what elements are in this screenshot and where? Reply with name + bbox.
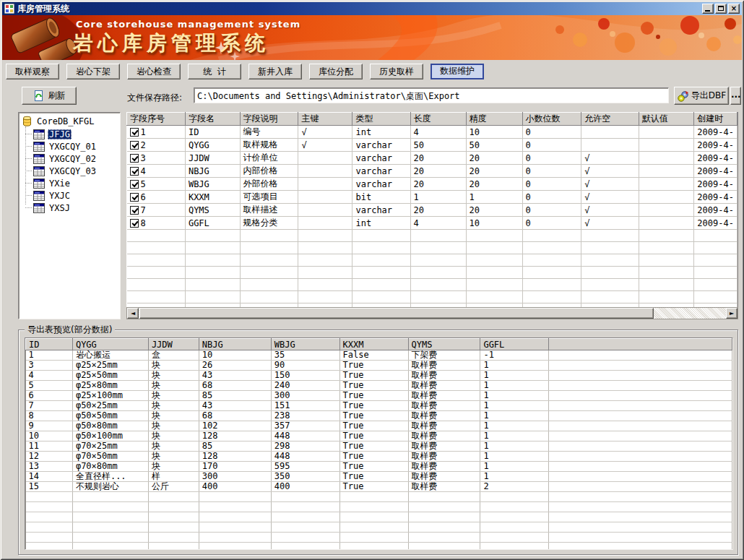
table-row[interactable]: 4NBJG内部价格varchar20200√2009-4- [127, 165, 737, 178]
table-cell: 350 [271, 472, 339, 482]
refresh-button[interactable]: 刷新 [22, 87, 77, 105]
table-cell: 取样费 [408, 462, 480, 472]
table-cell: 8 [127, 217, 186, 230]
toolbar-button-7[interactable]: 历史取样 [370, 64, 423, 79]
column-header[interactable]: GGFL [480, 339, 549, 350]
table-cell: 102 [199, 421, 271, 431]
column-header[interactable]: 字段名 [185, 113, 240, 126]
column-header[interactable]: WBJG [271, 339, 339, 350]
table-row[interactable]: 1岩心搬运盒1035False下架费-1 [26, 350, 732, 361]
table-cell: 样 [148, 472, 199, 482]
table-row[interactable]: 7φ50×25mm块43151True取样费1 [26, 401, 732, 411]
toolbar-button-2[interactable]: 岩心下架 [66, 64, 120, 79]
column-header[interactable]: KXXM [339, 339, 408, 350]
column-header[interactable]: 类型 [352, 113, 410, 126]
column-header[interactable]: 创建时 [694, 113, 737, 126]
table-row[interactable]: 5φ25×80mm块68240True取样费1 [26, 381, 732, 391]
maximize-button[interactable] [715, 4, 727, 14]
table-row[interactable]: 11φ70×25mm块85298True取样费1 [26, 441, 732, 452]
tree-item-JFJG[interactable]: JFJG [19, 128, 120, 140]
table-row[interactable]: 6φ25×100mm块85300True取样费1 [26, 391, 732, 401]
table-cell: 块 [148, 401, 199, 411]
browse-more-button[interactable]: ... [730, 87, 741, 105]
table-row[interactable]: 5WBJG外部价格varchar20200√2009-4- [127, 178, 737, 191]
tree-root-node[interactable]: CoreDB_KFGL [19, 113, 120, 128]
toolbar-button-8[interactable]: 数据维护 [431, 64, 484, 79]
table-cell: 10 [466, 126, 522, 139]
table-row[interactable]: 8φ50×50mm块68238True取样费1 [26, 411, 732, 421]
column-header[interactable]: ID [26, 339, 73, 350]
tree-item-YXie[interactable]: YXie [19, 177, 120, 189]
column-header[interactable]: 主键 [298, 113, 352, 126]
row-checkbox[interactable] [130, 219, 139, 228]
scroll-right-arrow[interactable]: ► [726, 308, 737, 319]
column-header[interactable]: 小数位数 [522, 113, 581, 126]
table-cell: 块 [148, 431, 199, 441]
table-cell: 块 [148, 411, 199, 421]
row-checkbox[interactable] [130, 180, 139, 189]
table-row[interactable]: 1ID编号√int41002009-4- [127, 126, 737, 139]
table-row[interactable]: 14全直径样...样300350True取样费1 [26, 472, 732, 482]
column-header[interactable]: 字段说明 [240, 113, 298, 126]
table-row[interactable]: 13φ70×80mm块170595True取样费1 [26, 462, 732, 472]
column-header[interactable]: QYMS [408, 339, 480, 350]
row-checkbox[interactable] [130, 193, 139, 202]
scrollbar-thumb[interactable] [139, 308, 654, 319]
column-header[interactable]: 默认值 [639, 113, 694, 126]
column-header[interactable] [549, 339, 732, 350]
table-row[interactable]: 10φ50×100mm块128448True取样费1 [26, 431, 732, 441]
horizontal-scrollbar[interactable]: ◄ ► [126, 307, 738, 319]
toolbar-button-4[interactable]: 统 计 [188, 64, 241, 79]
tree-item-YXGCQY_03[interactable]: YXGCQY_03 [19, 165, 120, 177]
refresh-icon [33, 90, 44, 101]
table-cell: True [339, 401, 408, 411]
tree-item-YXGCQY_01[interactable]: YXGCQY_01 [19, 140, 120, 152]
table-row[interactable]: 8GGFL规格分类int4100√2009-4- [127, 217, 737, 230]
row-checkbox[interactable] [130, 141, 139, 150]
table-row[interactable]: 6KXXM可选项目bit110√2009-4- [127, 191, 737, 204]
table-row[interactable]: 3φ25×25mm块2690True取样费1 [26, 361, 732, 371]
minimize-button[interactable] [702, 4, 714, 14]
table-row[interactable]: 7QYMS取样描述varchar20200√2009-4- [127, 204, 737, 217]
column-header[interactable]: JJDW [148, 339, 199, 350]
column-header[interactable]: 精度 [466, 113, 522, 126]
table-cell: False [339, 350, 408, 361]
toolbar-button-5[interactable]: 新井入库 [248, 64, 302, 79]
toolbar-button-1[interactable]: 取样观察 [6, 64, 59, 79]
table-cell: 35 [271, 350, 339, 361]
table-row[interactable]: 3JJDW计价单位varchar20200√2009-4- [127, 152, 737, 165]
table-row[interactable]: 2QYGG取样规格√varchar505002009-4- [127, 139, 737, 152]
export-dbf-button[interactable]: 导出DBF [674, 87, 729, 105]
column-header[interactable]: 允许空 [581, 113, 639, 126]
tree-item-YXGCQY_02[interactable]: YXGCQY_02 [19, 152, 120, 165]
row-checkbox[interactable] [130, 167, 139, 176]
table-icon [33, 191, 45, 201]
table-cell: 50 [410, 139, 466, 152]
row-checkbox[interactable] [130, 206, 139, 215]
scroll-left-arrow[interactable]: ◄ [127, 308, 139, 319]
toolbar-button-3[interactable]: 岩心检查 [127, 64, 181, 79]
tree-item-YXSJ[interactable]: YXSJ [19, 202, 120, 214]
tree-item-YXJC[interactable]: YXJC [19, 189, 120, 202]
table-cell: 7 [26, 401, 73, 411]
table-row[interactable]: 12φ70×50mm块128448True取样费1 [26, 452, 732, 462]
table-cell [639, 191, 694, 204]
column-header[interactable]: 长度 [410, 113, 466, 126]
row-checkbox[interactable] [130, 128, 139, 137]
table-row[interactable]: 15不规则岩心公斤400400True取样费2 [26, 482, 732, 492]
table-cell [639, 139, 694, 152]
table-cell: varchar [352, 178, 410, 191]
table-cell: varchar [352, 152, 410, 165]
close-button[interactable]: × [728, 4, 740, 14]
table-cell [549, 421, 732, 431]
save-path-input[interactable]: C:\Documents and Settings\Administrator\… [194, 87, 669, 103]
column-header[interactable]: 字段序号 [127, 113, 186, 126]
column-header[interactable]: NBJG [199, 339, 271, 350]
toolbar-button-6[interactable]: 库位分配 [309, 64, 363, 79]
table-row[interactable]: 9φ50×80mm块102357True取样费1 [26, 421, 732, 431]
table-cell: 68 [199, 411, 271, 421]
column-header[interactable]: QYGG [72, 339, 148, 350]
table-row[interactable]: 4φ25×50mm块43150True取样费1 [26, 371, 732, 381]
row-checkbox[interactable] [130, 154, 139, 163]
table-cell: 85 [199, 391, 271, 401]
